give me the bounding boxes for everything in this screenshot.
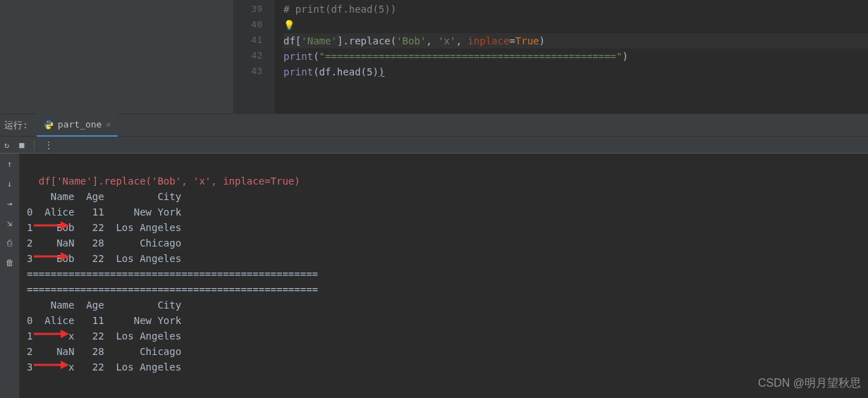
console-line: Name Age City	[27, 297, 868, 313]
console-side-toolbar: ↑ ↓ ⇥ ⇲ ⎙ 🗑	[0, 154, 20, 398]
separator	[34, 139, 35, 151]
console-panel: ↑ ↓ ⇥ ⇲ ⎙ 🗑 df['Name'].replace('Bob', 'x…	[0, 154, 868, 398]
line-number: 40	[234, 17, 262, 32]
run-label: 运行:	[0, 119, 37, 132]
run-tab-bar: 运行: part_one ✕	[0, 113, 868, 137]
more-icon[interactable]: ⋮	[44, 140, 53, 150]
console-line: 0 Alice 11 New York	[27, 313, 868, 328]
console-line: ========================================…	[27, 282, 868, 297]
line-number: 42	[234, 48, 262, 63]
line-number: 41	[234, 32, 262, 48]
project-panel	[0, 0, 234, 113]
line-number: 43	[234, 63, 262, 79]
code-line[interactable]: print("=================================…	[283, 49, 868, 64]
console-line: ========================================…	[27, 266, 868, 282]
console-line: Name Age City	[27, 189, 868, 204]
console-line: 1 x 22 Los Angeles	[27, 328, 868, 344]
console-line: 2 NaN 28 Chicago	[27, 344, 868, 359]
svg-point-0	[47, 121, 47, 122]
scroll-icon[interactable]: ⇲	[7, 218, 12, 228]
console-line: 2 NaN 28 Chicago	[27, 235, 868, 251]
console-line: 3 x 22 Los Angeles	[27, 359, 868, 375]
code-line[interactable]: print(df.head(5))	[283, 64, 868, 80]
code-line[interactable]: df['Name'].replace('Bob', 'x', inplace=T…	[283, 33, 868, 49]
tab-label: part_one	[58, 119, 102, 130]
up-icon[interactable]: ↑	[7, 159, 12, 169]
console-line: df['Name'].replace('Bob', 'x', inplace=T…	[27, 173, 868, 189]
rerun-icon[interactable]: ↻	[4, 140, 9, 150]
code-editor[interactable]: 3940414243 # print(df.head(5))💡df['Name'…	[234, 0, 868, 113]
run-toolbar: ↻ ■ ⋮	[0, 137, 868, 154]
python-icon	[44, 120, 54, 130]
editor-area: 3940414243 # print(df.head(5))💡df['Name'…	[0, 0, 868, 113]
print-icon[interactable]: ⎙	[7, 238, 12, 248]
svg-point-1	[49, 127, 50, 128]
console-line: 0 Alice 11 New York	[27, 204, 868, 220]
down-icon[interactable]: ↓	[7, 179, 12, 189]
console-output[interactable]: df['Name'].replace('Bob', 'x', inplace=T…	[20, 154, 868, 398]
trash-icon[interactable]: 🗑	[6, 258, 14, 268]
code-line[interactable]: 💡	[283, 17, 868, 33]
code-lines[interactable]: # print(df.head(5))💡df['Name'].replace('…	[275, 0, 868, 113]
close-icon[interactable]: ✕	[106, 120, 111, 129]
run-tab-part-one[interactable]: part_one ✕	[37, 113, 118, 137]
code-line[interactable]: # print(df.head(5))	[283, 1, 868, 17]
watermark: CSDN @明月望秋思	[758, 376, 861, 391]
stop-icon[interactable]: ■	[19, 140, 24, 150]
wrap-icon[interactable]: ⇥	[7, 199, 12, 209]
console-line: 3 Bob 22 Los Angeles	[27, 251, 868, 266]
line-number: 39	[234, 1, 262, 17]
console-line: 1 Bob 22 Los Angeles	[27, 220, 868, 235]
line-gutter: 3940414243	[234, 0, 275, 113]
